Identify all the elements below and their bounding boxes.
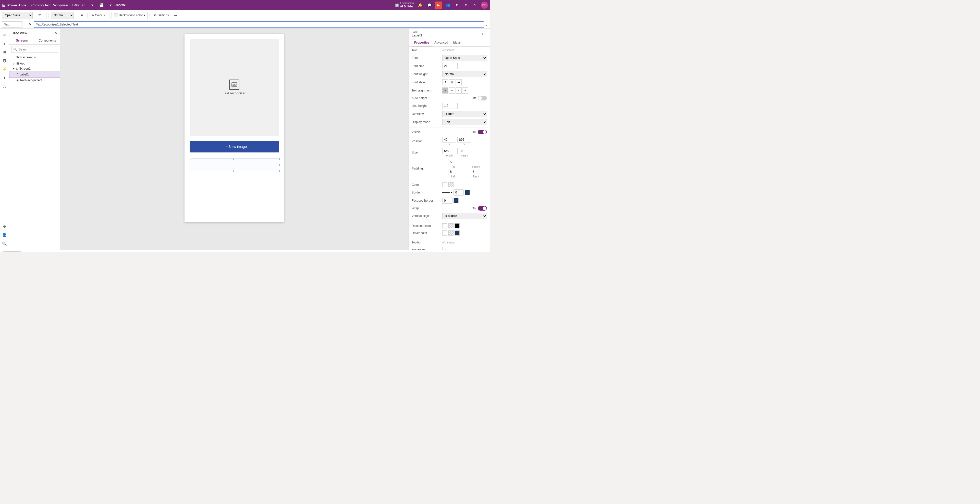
search-input[interactable]: [11, 46, 58, 53]
shapes-button[interactable]: ⬡: [0, 82, 9, 91]
zoom-in-button[interactable]: +: [469, 251, 474, 252]
sidebar-item-screen1[interactable]: ▼ □ Screen1: [9, 66, 60, 71]
padding-top-input[interactable]: [448, 159, 458, 165]
save-button[interactable]: 💾: [98, 2, 105, 9]
align-right-button[interactable]: ≡: [455, 87, 462, 94]
handle-br[interactable]: [278, 170, 280, 172]
prop-font-size-input[interactable]: [442, 63, 458, 69]
connections-button[interactable]: ⚡: [0, 65, 9, 73]
insert-button[interactable]: + Insert ▾: [116, 2, 124, 9]
disabled-color-text-swatch[interactable]: [442, 223, 447, 228]
run-button[interactable]: ▶: [435, 2, 442, 9]
comment-button[interactable]: 💬: [426, 2, 433, 9]
italic-button[interactable]: I: [442, 79, 449, 86]
font-weight-select[interactable]: Normal: [51, 12, 74, 19]
color-text-swatch[interactable]: [442, 182, 447, 187]
help-button[interactable]: ?: [472, 2, 479, 9]
formula-input[interactable]: [34, 21, 484, 27]
handle-tm[interactable]: [233, 158, 235, 160]
new-screen-button[interactable]: + New screen ▾: [9, 54, 60, 60]
back-button[interactable]: ← Back: [70, 2, 78, 9]
wrap-toggle[interactable]: [478, 206, 487, 211]
handle-tr[interactable]: [278, 158, 280, 160]
ai-button[interactable]: ✦: [0, 74, 9, 82]
data-button[interactable]: ⊞: [0, 48, 9, 56]
tab-properties[interactable]: Properties: [412, 39, 432, 46]
prop-position-y-input[interactable]: [457, 137, 471, 143]
people-button[interactable]: 👥: [444, 2, 451, 9]
bell-button[interactable]: 🔔: [417, 2, 424, 9]
settings-button[interactable]: ⚙ Settings: [152, 12, 171, 19]
handle-ml[interactable]: [189, 164, 191, 166]
search-strip-button[interactable]: 🔍: [0, 239, 9, 248]
insert-strip-button[interactable]: +: [0, 39, 9, 48]
color-button[interactable]: A Color ▾: [89, 12, 107, 19]
prop-focused-border-input[interactable]: [442, 198, 452, 204]
media-button[interactable]: 🖼: [0, 57, 9, 65]
prop-font-select[interactable]: Open Sans: [442, 55, 487, 61]
hover-color-text-swatch[interactable]: [442, 230, 447, 236]
handle-mr[interactable]: [278, 164, 280, 166]
settings-strip-button[interactable]: ⚙: [0, 222, 9, 230]
strikethrough-button[interactable]: S: [455, 79, 462, 86]
font-family-select[interactable]: Open Sans: [2, 12, 33, 19]
hover-color-border-swatch[interactable]: [455, 230, 460, 236]
tab-advanced[interactable]: Advanced: [432, 39, 450, 46]
align-justify-button[interactable]: ≡: [462, 87, 468, 94]
padding-left-input[interactable]: [448, 169, 458, 175]
sidebar-item-label1[interactable]: A Label1 ···: [9, 71, 60, 78]
user-avatar[interactable]: DB: [481, 2, 488, 9]
formula-expand-icon[interactable]: ⌄: [485, 22, 488, 27]
undo-button[interactable]: ↩: [80, 2, 87, 9]
zoom-out-button[interactable]: −: [436, 251, 442, 252]
prop-display-mode-select[interactable]: Edit: [442, 119, 487, 125]
disabled-color-border-swatch[interactable]: [455, 223, 460, 228]
align-button[interactable]: ≡: [78, 12, 85, 19]
handle-bm[interactable]: [233, 170, 235, 172]
disabled-color-fill-swatch[interactable]: [449, 223, 453, 228]
save-dropdown[interactable]: ▾: [107, 2, 115, 9]
sidebar-item-textrecognizer1[interactable]: ⊞ TextRecognizer1: [9, 78, 60, 83]
color-fill-swatch[interactable]: [449, 182, 453, 187]
label1-more-button[interactable]: ···: [53, 72, 57, 77]
tab-screens[interactable]: Screens: [9, 37, 35, 44]
prop-position-x-input[interactable]: [442, 137, 456, 143]
tab-components[interactable]: Components: [35, 37, 60, 44]
prop-border-value-input[interactable]: [453, 189, 464, 195]
canvas-new-image-button[interactable]: ↑ + New image: [189, 141, 279, 152]
focused-border-color-swatch[interactable]: [453, 198, 458, 203]
handle-bl[interactable]: [189, 170, 191, 172]
font-size-input[interactable]: [34, 12, 46, 19]
hover-color-fill-swatch[interactable]: [449, 230, 453, 236]
prop-font-weight-select[interactable]: Normal: [442, 71, 487, 77]
publish-button[interactable]: ⬆: [453, 2, 460, 9]
sidebar-item-app[interactable]: ▷ ⊞ App: [9, 61, 60, 66]
tree-view-button[interactable]: ≣: [0, 30, 9, 39]
more-button[interactable]: ···: [172, 12, 179, 19]
fullscreen-button[interactable]: ⛶: [482, 251, 487, 252]
zoom-slider[interactable]: [442, 252, 468, 252]
padding-right-input[interactable]: [471, 169, 481, 175]
background-color-button[interactable]: Background color ▾: [111, 12, 148, 19]
sidebar-close-button[interactable]: ×: [55, 30, 57, 35]
auto-height-toggle[interactable]: [478, 96, 487, 100]
align-left-button[interactable]: ≡: [442, 87, 449, 94]
padding-bottom-input[interactable]: [471, 159, 481, 165]
prop-overflow-select[interactable]: Hidden: [442, 111, 487, 117]
prop-width-input[interactable]: [442, 148, 456, 154]
screen1-tab[interactable]: □ Screen1: [3, 251, 21, 252]
prop-line-height-input[interactable]: [442, 103, 458, 109]
gear-button[interactable]: ⚙: [463, 2, 469, 9]
visible-toggle[interactable]: [478, 130, 487, 134]
prop-tab-index-input[interactable]: [442, 247, 456, 250]
undo-dropdown[interactable]: ▾: [89, 2, 96, 9]
underline-button[interactable]: U: [449, 79, 455, 86]
handle-tl[interactable]: [189, 158, 191, 160]
prop-vertical-align-select[interactable]: ⊕ Middle: [442, 213, 487, 219]
account-button[interactable]: 👤: [0, 231, 9, 239]
align-center-button[interactable]: ≡: [449, 87, 455, 94]
panel-expand-icon[interactable]: ⌄: [484, 32, 487, 36]
tab-ideas[interactable]: Ideas: [451, 39, 463, 46]
border-color-swatch[interactable]: [465, 190, 470, 195]
canvas-label-box[interactable]: [189, 158, 279, 171]
